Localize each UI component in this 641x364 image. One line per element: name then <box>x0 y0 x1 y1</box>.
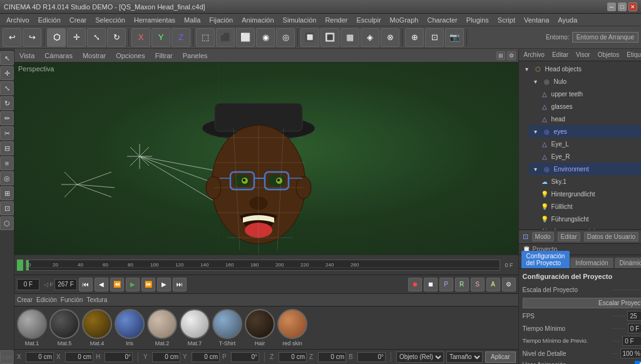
btn-jump-end[interactable]: ⏭ <box>173 278 187 291</box>
bottom-tab-textura[interactable]: Textura <box>86 296 107 303</box>
playback-current-frame[interactable] <box>17 279 39 290</box>
obj-eyes-group[interactable]: ▾ ◎ eyes ✓ ✓ <box>529 125 641 138</box>
apply-button[interactable]: Aplicar <box>485 351 516 363</box>
tool-scale-obj[interactable]: ⤡ <box>0 81 14 95</box>
material-mat.1[interactable]: Mat.1 <box>17 309 47 346</box>
bottom-tab-edicion[interactable]: Edición <box>36 296 57 303</box>
coord-x-pos[interactable] <box>26 352 54 362</box>
obj-head[interactable]: △ head ✓ ✓ <box>538 113 641 125</box>
material-hair[interactable]: Hair <box>245 309 275 346</box>
coord-size-select[interactable]: Tamaño Escala <box>446 351 483 363</box>
coord-b[interactable] <box>357 352 386 362</box>
menu-ventana[interactable]: Ventana <box>520 15 553 25</box>
btn-all-key[interactable]: A <box>486 278 500 291</box>
coord-h[interactable] <box>105 352 133 362</box>
timeline-track[interactable]: 0 20 40 60 80 100 120 140 160 180 200 22… <box>26 260 500 271</box>
menu-herramientas[interactable]: Herramientas <box>130 15 179 25</box>
playback-end-frame[interactable] <box>54 279 77 290</box>
menu-character[interactable]: Character <box>423 15 461 25</box>
obj-environment[interactable]: ▾ ◎ Environment ✓ ✓ <box>529 163 641 175</box>
attr-user-data-btn[interactable]: Datos de Usuario <box>584 232 638 241</box>
material-mat.5[interactable]: Mat.5 <box>49 309 79 346</box>
tool-knife[interactable]: ✂ <box>0 126 14 140</box>
tool-bridge[interactable]: ≡ <box>0 156 14 170</box>
tool-live-select[interactable]: ⬡ <box>47 28 66 47</box>
menu-ayuda[interactable]: Ayuda <box>554 15 581 25</box>
maximize-button[interactable]: □ <box>618 3 627 11</box>
menu-archivo[interactable]: Archivo <box>3 15 33 25</box>
tool-anim4[interactable]: ◉ <box>256 28 275 47</box>
btn-next-key[interactable]: ⏩ <box>141 278 155 291</box>
tool-render3[interactable]: ▦ <box>341 28 359 47</box>
menu-malla[interactable]: Malla <box>180 15 204 25</box>
tool-undo[interactable]: ↩ <box>3 28 21 47</box>
tab-filtrar[interactable]: Filtrar <box>153 51 175 61</box>
btn-prev-frame[interactable]: ◀ <box>95 278 108 291</box>
viewport[interactable]: Perspectiva <box>14 63 518 255</box>
attr-escalar-btn[interactable]: Escalar Proyecto... <box>523 298 641 308</box>
coord-z-size[interactable] <box>318 352 346 362</box>
tool-x[interactable]: X <box>131 28 150 47</box>
attr-tmin-input[interactable] <box>628 323 641 333</box>
tool-anim2[interactable]: ⬛ <box>216 28 235 47</box>
bottom-tab-crear[interactable]: Crear <box>17 296 33 303</box>
coord-y-pos[interactable] <box>152 352 180 362</box>
obj-glasses[interactable]: △ glasses ✓ ✓ <box>538 100 641 113</box>
attr-edit-btn[interactable]: Editar <box>558 232 580 241</box>
close-button[interactable]: ✕ <box>628 3 637 11</box>
tool-z[interactable]: Z <box>172 28 190 47</box>
tool-bevel[interactable]: ⬡ <box>0 216 14 230</box>
btn-play[interactable]: ▶ <box>126 278 140 291</box>
menu-crear[interactable]: Crear <box>66 15 91 25</box>
btn-record[interactable]: ⏺ <box>408 278 422 291</box>
tool-redo[interactable]: ↪ <box>23 28 41 47</box>
om-tab-archivo[interactable]: Archivo <box>521 51 547 59</box>
material-red-skin[interactable]: red skin <box>277 309 307 346</box>
tool-anim3[interactable]: ⬜ <box>236 28 255 47</box>
coord-z-pos[interactable] <box>279 352 307 362</box>
menu-animacion[interactable]: Animación <box>238 15 277 25</box>
om-tab-etiquetas[interactable]: Etiquetas <box>624 51 641 59</box>
btn-rot-key[interactable]: R <box>455 278 469 291</box>
menu-edicion[interactable]: Edición <box>34 15 64 25</box>
bottom-tab-funcion[interactable]: Función <box>61 296 83 303</box>
obj-not-commercial[interactable]: ⚠ Not for commercial use <box>529 225 641 230</box>
entorno-select[interactable]: Entorno de Arranque <box>572 32 638 43</box>
tab-paneles[interactable]: Paneles <box>180 51 210 61</box>
om-tab-editar[interactable]: Editar <box>550 51 571 59</box>
tool-move[interactable]: ✛ <box>67 28 86 47</box>
tool-loop[interactable]: ⊟ <box>0 141 14 155</box>
obj-upper-teeth[interactable]: △ upper teeth ✓ ✓ <box>538 88 641 100</box>
coord-x-size[interactable] <box>65 352 93 362</box>
material-mat.2[interactable]: Mat.2 <box>147 309 177 346</box>
material-t-shirt[interactable]: T-Shirt <box>212 309 242 346</box>
tool-magnet[interactable]: ⊡ <box>425 28 444 47</box>
menu-seleccion[interactable]: Selección <box>91 15 129 25</box>
obj-nulo[interactable]: ▾ ◎ Nulo ✓ ✓ <box>529 75 641 88</box>
coord-y-size[interactable] <box>192 352 220 362</box>
btn-scale-key[interactable]: S <box>471 278 485 291</box>
tool-snap[interactable]: ⊕ <box>405 28 424 47</box>
attr-animacion-check[interactable] <box>635 361 641 364</box>
tool-render4[interactable]: ◈ <box>361 28 379 47</box>
btn-pos-key[interactable]: P <box>439 278 453 291</box>
obj-sky[interactable]: ☁ Sky.1 ✓ ✓ <box>538 175 641 188</box>
tool-anim1[interactable]: ⬚ <box>196 28 215 47</box>
attr-tab-dinamicas[interactable]: Dinámicas <box>615 258 641 268</box>
material-mat.7[interactable]: Mat.7 <box>180 309 210 346</box>
tab-opciones[interactable]: Opciones <box>113 51 147 61</box>
attr-fps-input[interactable] <box>627 311 641 321</box>
btn-next-frame[interactable]: ▶ <box>157 278 171 291</box>
tool-render5[interactable]: ⊗ <box>381 28 399 47</box>
minimize-button[interactable]: ─ <box>607 3 616 11</box>
obj-fulllicht[interactable]: 💡 Fülllicht ✓ ✓ <box>538 200 641 213</box>
tool-rotate[interactable]: ↻ <box>107 28 126 47</box>
menu-fijacion[interactable]: Fijación <box>205 15 237 25</box>
menu-mograph[interactable]: MoGraph <box>386 15 423 25</box>
tool-y[interactable]: Y <box>151 28 170 47</box>
material-mat.4[interactable]: Mat.4 <box>82 309 112 346</box>
tab-mostrar[interactable]: Mostrar <box>80 51 108 61</box>
menu-script[interactable]: Script <box>494 15 519 25</box>
btn-anim-scheme[interactable]: ⚙ <box>502 278 516 291</box>
attr-tab-configuracion[interactable]: Configuración del Proyecto <box>521 251 570 268</box>
